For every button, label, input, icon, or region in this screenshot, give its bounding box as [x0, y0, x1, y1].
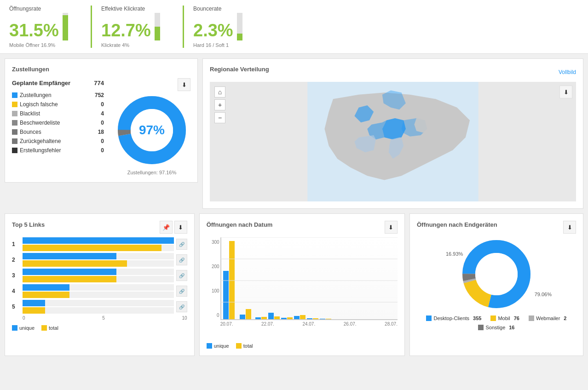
dot-mdgray-zurueck: [12, 138, 17, 144]
zustellungen-download-btn[interactable]: ⬇: [178, 78, 190, 91]
x-label-5: 5: [102, 315, 105, 321]
map-card: Regionale Verteilung Vollbild: [202, 58, 583, 209]
top5-bar-chart: 1 🔗 2 🔗 3: [12, 237, 187, 314]
zustellungen-title: Zustellungen: [12, 66, 190, 73]
offnungsrate-sub: Mobile Öffner 16.9%: [9, 42, 77, 48]
bouncerate-label: Bouncerate: [193, 6, 262, 12]
top5-pin-btn[interactable]: 📌: [160, 221, 173, 234]
stat-row-bounces: Bounces 18: [12, 127, 104, 137]
offnungen-datum-card: Öffnungen nach Datum ⬇ 300 200 100 0: [199, 213, 405, 356]
klickrate-bar-fill: [155, 27, 160, 40]
bar-2707-total: [313, 318, 318, 319]
bar-2407-unique: [268, 313, 274, 319]
bar-number-4: 4: [12, 288, 19, 294]
bouncerate-value: 2.3%: [193, 21, 233, 40]
zustellungen-stat-label: Zustellungen: [12, 92, 52, 98]
logisch-value: 0: [101, 101, 104, 108]
bar-bg-1-total: [23, 245, 174, 251]
legend-desktop-label: Desktop-Clients: [433, 315, 469, 321]
bar-row-2: 2 🔗: [12, 253, 187, 267]
geplante-label: Geplante Empfänger: [12, 80, 70, 86]
stat-row-logisch: Logisch falsche 0: [12, 100, 104, 109]
bar-2807-unique: [320, 319, 325, 319]
map-title: Regionale Verteilung: [210, 66, 269, 73]
bar-2207-unique: [240, 315, 245, 319]
legend-desktop-dot: [426, 315, 432, 321]
bar-2407-total: [274, 316, 280, 319]
bar-2307-unique: [255, 317, 261, 319]
bar-cluster-2307: [255, 317, 267, 319]
donut-percentage: 97%: [139, 123, 165, 138]
blacklist-label: Blacklist: [12, 110, 40, 117]
map-zoom-in-btn[interactable]: +: [214, 99, 225, 110]
bar-link-icon-1[interactable]: 🔗: [176, 239, 187, 250]
stat-row-blacklist: Blacklist 4: [12, 109, 104, 118]
map-home-btn[interactable]: ⌂: [214, 86, 225, 98]
bar-2507-unique: [281, 318, 287, 319]
zustellungen-donut: 97%: [115, 93, 189, 167]
bar-number-2: 2: [12, 257, 19, 263]
endgeraeten-donut-svg: [460, 237, 533, 311]
bar-fill-1-total: [23, 245, 161, 251]
top5links-card: Top 5 Links 📌 ⬇ 1 🔗 2: [5, 213, 195, 356]
map-fullbild-link[interactable]: Vollbild: [559, 69, 576, 75]
top5-download-btn[interactable]: ⬇: [174, 221, 187, 234]
legend-unique-dot: [12, 325, 17, 331]
bar-2607-total: [300, 315, 306, 319]
map-header: Regionale Verteilung Vollbild: [210, 66, 576, 78]
bar-row-1: 1 🔗: [12, 237, 187, 251]
bar-2607-unique: [294, 316, 300, 319]
bar-fill-2-unique: [23, 253, 116, 259]
erstellung-value: 0: [101, 147, 104, 154]
legend-webmailer-value: 2: [564, 315, 566, 321]
datum-legend-total-dot: [236, 343, 242, 349]
bar-bg-2-total: [23, 260, 174, 267]
bouncerate-sub: Hard 16 / Soft 1: [193, 42, 262, 48]
offnungsrate-bar: [63, 13, 68, 40]
bar-fill-3-total: [23, 276, 116, 282]
offnungen-datum-title: Öffnungen nach Datum: [207, 221, 273, 228]
endgeraeten-download-btn[interactable]: ⬇: [563, 221, 576, 234]
bounces-value: 18: [98, 129, 104, 135]
map-zoom-out-btn[interactable]: −: [214, 112, 225, 123]
bar-bg-5-unique: [23, 300, 174, 306]
bar-number-3: 3: [12, 272, 19, 279]
beschwerdeliste-value: 0: [101, 120, 104, 126]
x-date-2407: 24.07.: [302, 321, 315, 327]
bar-row-3: 3 🔗: [12, 269, 187, 282]
bar-link-icon-4[interactable]: 🔗: [176, 286, 187, 297]
bar-fill-4-unique: [23, 284, 69, 291]
donut-caption: Zustellungen: 97.16%: [127, 170, 176, 175]
klickrate-bar: [155, 13, 160, 40]
svg-point-23: [475, 253, 518, 295]
x-date-2607: 26.07.: [344, 321, 357, 327]
bar-cluster-2007: [223, 241, 235, 319]
map-download-btn[interactable]: ⬇: [559, 86, 572, 98]
bar-link-icon-3[interactable]: 🔗: [176, 270, 187, 281]
bar-cluster-2707: [307, 318, 318, 319]
bar-number-5: 5: [12, 304, 19, 310]
offnungen-datum-download-btn[interactable]: ⬇: [385, 221, 398, 234]
bar-fill-5-unique: [23, 300, 45, 306]
europe-map-svg: [210, 82, 576, 201]
klickrate-sub: Klickrate 4%: [101, 42, 169, 48]
bar-bg-5-total: [23, 307, 174, 314]
bar-link-icon-2[interactable]: 🔗: [176, 254, 187, 265]
bar-2707-unique: [307, 318, 312, 319]
bar-cluster-2507: [281, 317, 293, 319]
y-100: 100: [207, 288, 219, 293]
bar-bg-4-total: [23, 292, 174, 298]
y-labels: 300 200 100 0: [207, 240, 219, 318]
endgeraeten-title: Öffnungen nach Endgeräten: [417, 221, 497, 228]
datum-legend-total-label: total: [243, 343, 253, 349]
beschwerdeliste-label: Beschwerdeliste: [12, 120, 60, 126]
dot-dgray: [12, 120, 17, 126]
zustellungen-stats: Geplante Empfänger 774 Zustellungen 752 …: [12, 78, 104, 175]
logisch-label: Logisch falsche: [12, 101, 58, 108]
bar-link-icon-5[interactable]: 🔗: [176, 301, 187, 312]
dot-blue: [12, 92, 17, 98]
map-area: ⌂ + − ⬇: [210, 82, 576, 201]
legend-desktop-value: 355: [473, 315, 481, 321]
top-metrics-bar: Öffnungsrate 31.5% Mobile Öffner 16.9% E…: [0, 0, 588, 54]
stat-row-beschwerdeliste: Beschwerdeliste 0: [12, 118, 104, 127]
